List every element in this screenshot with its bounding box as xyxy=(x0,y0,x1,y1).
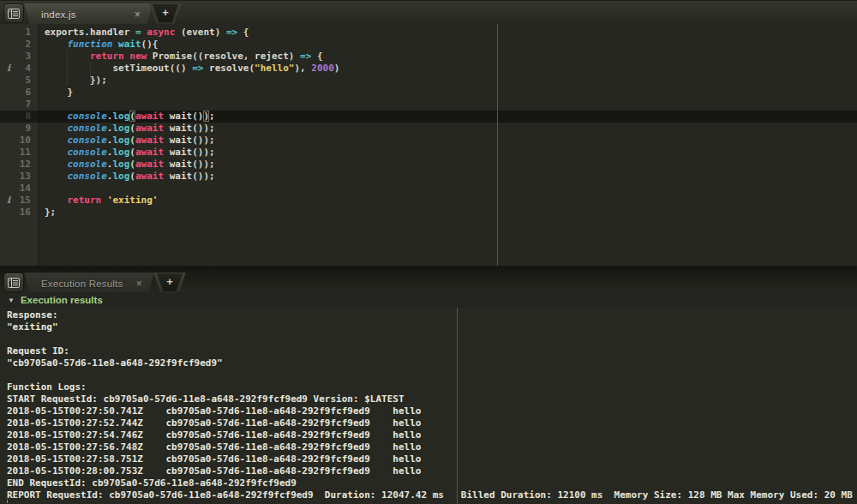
code-token: 'exiting' xyxy=(107,195,159,206)
code-token xyxy=(45,135,68,146)
code-token: ( xyxy=(129,147,135,158)
code-line[interactable]: exports.handler = async (event) => { xyxy=(45,27,339,39)
editor-tabbar: index.js × + xyxy=(0,0,857,24)
execution-results-title: Execution results xyxy=(21,295,103,305)
code-token: console xyxy=(68,111,107,122)
line-number[interactable]: 14 xyxy=(0,183,39,195)
results-tabbar: Execution Results × + xyxy=(0,266,857,292)
line-number[interactable]: 12 xyxy=(0,159,39,171)
code-token xyxy=(45,195,68,206)
execution-results-console[interactable]: Response:"exiting"Request ID:"cb9705a0-5… xyxy=(0,308,857,504)
line-number[interactable]: 7 xyxy=(0,99,39,111)
line-number[interactable]: 11 xyxy=(0,147,39,159)
log-line: 2018-05-15T00:27:52.744Z cb9705a0-57d6-1… xyxy=(7,417,857,429)
line-number[interactable]: 3 xyxy=(0,51,39,63)
code-token: wait xyxy=(118,39,141,50)
line-number[interactable]: 1 xyxy=(0,27,39,39)
execution-results-header[interactable]: ▼ Execution results xyxy=(0,292,857,308)
chevron-down-icon[interactable]: ▼ xyxy=(8,297,15,304)
code-token xyxy=(45,51,90,62)
code-token: await xyxy=(135,111,164,122)
tab-list-button[interactable] xyxy=(3,273,24,292)
code-token: Promise((resolve, reject) xyxy=(147,51,300,62)
line-number[interactable]: 16 xyxy=(0,207,39,219)
code-token: => xyxy=(226,27,237,38)
log-line: START RequestId: cb9705a0-57d6-11e8-a648… xyxy=(7,393,857,405)
log-line: "cb9705a0-57d6-11e8-a648-292f9fcf9ed9" xyxy=(7,357,857,369)
line-number[interactable]: 2 xyxy=(0,39,39,51)
info-annotation-icon[interactable]: i xyxy=(5,195,12,207)
info-annotation-icon[interactable]: i xyxy=(5,63,12,75)
log-line: Function Logs: xyxy=(7,381,857,393)
code-token: ) xyxy=(334,63,340,74)
code-token: wait()); xyxy=(164,135,215,146)
line-number[interactable]: 10 xyxy=(0,135,39,147)
code-line[interactable] xyxy=(45,99,339,111)
code-token: }; xyxy=(45,207,56,218)
code-token: log xyxy=(112,171,129,182)
code-line[interactable]: console.log(await wait()); xyxy=(45,123,339,135)
code-token: log xyxy=(112,135,129,146)
code-token: ; xyxy=(209,111,215,122)
code-token xyxy=(45,159,68,170)
code-token: async xyxy=(147,27,175,38)
code-token xyxy=(45,39,68,50)
tab-execution-results[interactable]: Execution Results × xyxy=(24,273,154,292)
print-margin-line xyxy=(497,24,498,266)
tab-list-button[interactable] xyxy=(3,3,24,23)
code-token: ), xyxy=(294,63,311,74)
code-token: (){ xyxy=(141,39,159,50)
code-line[interactable]: console.log(await wait()); xyxy=(45,147,339,159)
code-token: await xyxy=(135,123,164,134)
code-token: await xyxy=(135,159,164,170)
code-token: log xyxy=(112,159,129,170)
line-number[interactable]: 13 xyxy=(0,171,39,183)
code-token: } xyxy=(45,87,73,98)
code-line[interactable] xyxy=(45,183,339,195)
code-token: => xyxy=(192,63,203,74)
code-token xyxy=(45,123,68,134)
editor-gutter: 12345678910111213141516 xyxy=(0,24,39,266)
code-line[interactable]: }); xyxy=(45,75,339,87)
tab-list-icon xyxy=(8,278,20,288)
code-token: await xyxy=(135,135,164,146)
code-line[interactable]: console.log(await wait()); xyxy=(45,135,339,147)
line-number[interactable]: 9 xyxy=(0,123,39,135)
code-token: 2000 xyxy=(311,63,334,74)
tab-label: Execution Results xyxy=(24,279,123,289)
code-token: => xyxy=(300,51,311,62)
line-number[interactable]: 5 xyxy=(0,75,39,87)
code-token: await xyxy=(135,171,164,182)
close-tab-icon[interactable]: × xyxy=(136,279,142,288)
log-line: 2018-05-15T00:27:56.748Z cb9705a0-57d6-1… xyxy=(7,441,857,453)
code-token: resolve( xyxy=(203,63,255,74)
code-line[interactable]: } xyxy=(45,87,339,99)
log-line: 2018-05-15T00:27:58.751Z cb9705a0-57d6-1… xyxy=(7,453,857,465)
code-line[interactable]: function wait(){ xyxy=(45,39,339,51)
code-line[interactable]: console.log(await wait()); xyxy=(45,111,339,123)
code-token: console xyxy=(68,135,107,146)
line-number[interactable]: 6 xyxy=(0,87,39,99)
log-line: 2018-05-15T00:27:50.741Z cb9705a0-57d6-1… xyxy=(7,405,857,417)
code-token: wait() xyxy=(164,111,203,122)
code-token: console xyxy=(68,123,107,134)
code-token: = xyxy=(135,27,141,38)
code-token: console xyxy=(68,159,107,170)
code-token: { xyxy=(237,27,249,38)
code-line[interactable]: console.log(await wait()); xyxy=(45,171,339,183)
code-editor[interactable]: 12345678910111213141516 exports.handler … xyxy=(0,24,857,266)
code-line[interactable]: return new Promise((resolve, reject) => … xyxy=(45,51,339,63)
tab-index-js[interactable]: index.js × xyxy=(24,3,153,24)
close-tab-icon[interactable]: × xyxy=(135,10,141,19)
code-token: function xyxy=(68,39,113,50)
code-line[interactable]: setTimeout(() => resolve("hello"), 2000) xyxy=(45,63,339,75)
code-line[interactable]: console.log(await wait()); xyxy=(45,159,339,171)
code-content[interactable]: exports.handler = async (event) => { fun… xyxy=(39,27,339,219)
code-token xyxy=(45,147,68,158)
code-line[interactable]: return 'exiting' xyxy=(45,195,339,207)
code-token xyxy=(101,195,107,206)
print-margin-line xyxy=(457,308,458,504)
code-token: log xyxy=(112,111,129,122)
code-token: ( xyxy=(129,111,135,122)
code-line[interactable]: }; xyxy=(45,207,339,219)
